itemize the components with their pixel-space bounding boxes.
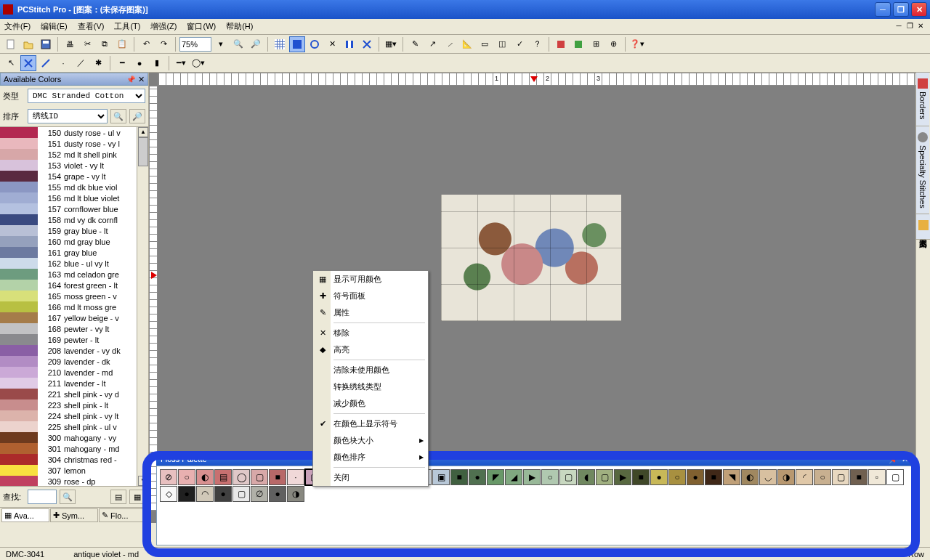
quarterstitch-tool[interactable]: · xyxy=(55,55,71,71)
tool-l-button[interactable]: ⊕ xyxy=(605,36,621,52)
color-row[interactable]: 211lavender - lt xyxy=(0,378,148,389)
floss-cell[interactable]: ● xyxy=(687,469,704,485)
view-stitch1-button[interactable] xyxy=(307,36,323,52)
color-row[interactable]: 153violet - vy lt xyxy=(0,160,148,171)
fullstitch-tool[interactable] xyxy=(20,55,36,71)
floss-palette-body[interactable]: ⊘○◐▤◯▢■·▢◑⊗◻◣◐○▣■●◤◢▶○▢◖▢▶■●○●■◥◐◡◑◜○▢■▫… xyxy=(156,466,913,545)
pointer-tool[interactable]: ↖ xyxy=(3,55,19,71)
color-row[interactable]: 155md dk blue viol xyxy=(0,182,148,192)
color-row[interactable]: 225shell pink - ul v xyxy=(0,421,148,432)
zoom-out-button[interactable]: 🔎 xyxy=(248,36,264,52)
floss-cell[interactable]: ▤ xyxy=(214,469,232,485)
color-row[interactable]: 156md lt blue violet xyxy=(0,192,148,203)
color-row[interactable]: 167yellow beige - v xyxy=(0,312,148,323)
list-scrollbar[interactable]: ▲ ▼ xyxy=(137,127,148,486)
floss-cell[interactable]: ◇ xyxy=(160,486,177,502)
ctx-remove[interactable]: ✕移除 xyxy=(313,325,428,341)
color-row[interactable]: 210lavender - md xyxy=(0,367,148,378)
tool-e-button[interactable]: ▭ xyxy=(477,36,493,52)
floss-close-icon[interactable]: ✕ xyxy=(902,455,908,464)
menu-view[interactable]: 查看(V) xyxy=(78,21,105,32)
floss-cell[interactable]: ○ xyxy=(541,469,559,485)
rect-tool[interactable]: ▮ xyxy=(149,55,165,71)
ctx-close[interactable]: 关闭 xyxy=(313,469,428,486)
floss-cell[interactable]: ◤ xyxy=(487,469,504,485)
type-select[interactable]: DMC Stranded Cotton xyxy=(28,89,145,103)
color-row[interactable]: 162blue - ul vy lt xyxy=(0,258,148,269)
color-row[interactable]: 160md gray blue xyxy=(0,236,148,247)
color-row[interactable]: 208lavender - vy dk xyxy=(0,345,148,356)
color-row[interactable]: 300mahogany - vy xyxy=(0,432,148,443)
print-button[interactable]: 🖶 xyxy=(62,36,78,52)
floss-cell[interactable]: ◥ xyxy=(723,469,740,485)
floss-cell[interactable]: ◐ xyxy=(741,469,759,485)
ctx-properties[interactable]: ✎属性 xyxy=(313,304,428,321)
color-row[interactable]: 221shell pink - vy d xyxy=(0,389,148,399)
tool-a-button[interactable]: ✎ xyxy=(407,36,423,52)
zoom-dropdown[interactable]: ▾ xyxy=(213,36,229,52)
floss-cell[interactable]: ● xyxy=(650,469,668,485)
ctx-reduce-colors[interactable]: 减少颜色 xyxy=(313,395,428,412)
help-button[interactable]: ❓▾ xyxy=(629,36,645,52)
floss-cell[interactable]: ▢ xyxy=(559,469,577,485)
floss-cell[interactable]: ■ xyxy=(705,469,722,485)
halfstitch-tool[interactable] xyxy=(38,55,54,71)
color-row[interactable]: 163md celadon gre xyxy=(0,269,148,280)
floss-cell[interactable]: ■ xyxy=(450,469,468,485)
righttab-specialty[interactable]: Specialty Stitches xyxy=(916,126,929,215)
undo-button[interactable]: ↶ xyxy=(138,36,154,52)
floss-cell[interactable]: ■ xyxy=(269,469,286,485)
erase-tool[interactable]: ━▾ xyxy=(173,55,189,71)
color-row[interactable]: 166md lt moss gre xyxy=(0,301,148,312)
floss-cell[interactable]: ◜ xyxy=(796,469,813,485)
color-list[interactable]: 150dusty rose - ul v151dusty rose - vy l… xyxy=(0,126,148,486)
color-row[interactable]: 307lemon xyxy=(0,465,148,476)
window-close-button[interactable]: ✕ xyxy=(911,2,927,17)
backstitch-tool[interactable]: ／ xyxy=(73,55,89,71)
menu-enhance[interactable]: 增强(Z) xyxy=(150,21,177,32)
floss-cell[interactable]: ◑ xyxy=(287,486,304,502)
grid-settings-button[interactable]: ▦▾ xyxy=(383,36,399,52)
color-row[interactable]: 209lavender - dk xyxy=(0,356,148,367)
tab-available[interactable]: ▦Ava... xyxy=(1,508,49,522)
floss-cell[interactable]: ◑ xyxy=(777,469,795,485)
view-grid-button[interactable] xyxy=(272,36,288,52)
color-row[interactable]: 154grape - vy lt xyxy=(0,171,148,182)
tool-d-button[interactable]: 📐 xyxy=(459,36,475,52)
stitch-pattern[interactable] xyxy=(441,195,621,321)
mdi-minimize-button[interactable]: ─ xyxy=(894,22,904,32)
color-row[interactable]: 223shell pink - lt xyxy=(0,399,148,410)
ctx-highlight[interactable]: ◆高亮 xyxy=(313,341,428,358)
redo-button[interactable]: ↷ xyxy=(155,36,171,52)
floss-cell[interactable]: ▢ xyxy=(251,469,268,485)
tool-c-button[interactable]: ⟋ xyxy=(442,36,458,52)
list-toggle2-button[interactable]: ▦ xyxy=(129,490,145,504)
ctx-sort-colors[interactable]: 颜色排序 xyxy=(313,449,428,466)
floss-cell[interactable]: ▶ xyxy=(614,469,631,485)
panel-close-icon[interactable]: ✕ xyxy=(138,75,145,84)
find-input[interactable] xyxy=(28,490,57,504)
floss-cell[interactable]: ● xyxy=(178,486,195,502)
menu-window[interactable]: 窗口(W) xyxy=(187,21,216,32)
copy-button[interactable]: ⧉ xyxy=(97,36,113,52)
floss-cell[interactable]: ○ xyxy=(814,469,831,485)
line-tool[interactable]: ━ xyxy=(114,55,130,71)
floss-cell[interactable]: ▣ xyxy=(432,469,450,485)
cut-button[interactable]: ✂ xyxy=(79,36,95,52)
floss-cell[interactable]: ◢ xyxy=(505,469,522,485)
find-button[interactable]: 🔍 xyxy=(60,490,76,504)
menu-file[interactable]: 文件(F) xyxy=(4,21,31,32)
floss-cell[interactable]: ∅ xyxy=(251,486,268,502)
tool-f-button[interactable]: ◫ xyxy=(494,36,510,52)
floss-cell[interactable]: ● xyxy=(269,486,286,502)
tab-floss[interactable]: ✎Flo... xyxy=(99,508,147,522)
righttab-borders[interactable]: Borders xyxy=(916,73,929,126)
floss-cell[interactable]: ◡ xyxy=(759,469,777,485)
open-button[interactable] xyxy=(20,36,36,52)
ctx-block-size[interactable]: 颜色块大小 xyxy=(313,432,428,449)
color-row[interactable]: 224shell pink - vy lt xyxy=(0,410,148,421)
circle-tool[interactable]: ● xyxy=(132,55,147,71)
window-minimize-button[interactable]: ─ xyxy=(875,2,891,17)
sort-desc-button[interactable]: 🔎 xyxy=(129,109,145,123)
floss-cell[interactable]: ◠ xyxy=(196,486,214,502)
